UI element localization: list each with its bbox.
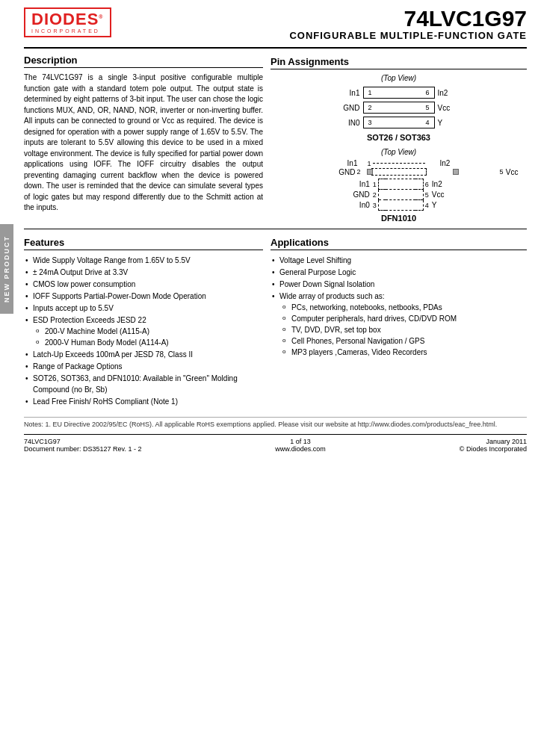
- sot-pin3-left-label: IN0: [338, 119, 360, 127]
- logo-incorporated: INCORPORATED: [31, 28, 104, 34]
- dfn-table: In1 1 6 In2 GND 2: [353, 179, 445, 211]
- footer-copy: © Diodes Incorporated: [460, 445, 527, 453]
- dfn-label: DFN1010: [332, 214, 466, 223]
- footer-part: 74LVC1G97: [24, 438, 141, 445]
- dfn-diagram: In1 1 In2 GND 2: [332, 159, 466, 223]
- sot-pin3-right-label: Y: [438, 119, 460, 127]
- sot-pin2-right-label: Vcc: [438, 104, 460, 112]
- dfn-r1-left-num: 1: [361, 160, 371, 167]
- applications-title: Applications: [270, 237, 527, 250]
- sot-pin1-right-label: In2: [438, 89, 460, 97]
- app-item-2: General Purpose Logic: [270, 267, 527, 278]
- new-product-tab: NEW PRODUCT: [0, 224, 13, 314]
- description-title: Description: [24, 55, 263, 68]
- sot-pin1-left-num: 1: [363, 87, 377, 99]
- feature-item-8: Range of Package Options: [24, 361, 263, 372]
- sot-pin2-left-num: 2: [363, 102, 377, 114]
- header-right: 74LVC1G97 CONFIGURABLE MULTIPLE-FUNCTION…: [289, 7, 527, 41]
- new-product-label: NEW PRODUCT: [3, 235, 10, 303]
- footer-right: January 2011 © Diodes Incorporated: [460, 438, 527, 453]
- app-sub-item-3: TV, DVD, DVR, set top box: [279, 324, 527, 335]
- sot-pin2-right-num: 5: [421, 102, 435, 114]
- dfn-row-1: In1 1 In2: [332, 159, 466, 167]
- sot-pin2-left-label: GND: [338, 104, 360, 112]
- notes-text: Notes: 1. EU Directive 2002/95/EC (RoHS)…: [24, 421, 497, 428]
- dfn-diagram-wrapper: In1 1 In2 GND 2: [270, 159, 527, 223]
- sot-pin1-right-num: 6: [421, 87, 435, 99]
- app-sub-item-4: Cell Phones, Personal Navigation / GPS: [279, 335, 527, 347]
- dfn-ic-box: GND 2 5 Vcc: [332, 168, 466, 176]
- feature-item-2: ± 24mA Output Drive at 3.3V: [24, 267, 263, 278]
- sot-pin3-left-num: 3: [363, 117, 377, 128]
- section-divider: [24, 229, 527, 229]
- pin-assignments-section: Pin Assignments (Top View) In1 1 6 In2 G…: [270, 55, 527, 223]
- sot-pin-row-3: IN0 3 4 Y: [332, 117, 466, 128]
- app-item-1: Voltage Level Shifting: [270, 255, 527, 266]
- features-list: Wide Supply Voltage Range from 1.65V to …: [24, 255, 263, 407]
- feature-sub-item-6-1: 200-V Machine Model (A115-A): [33, 326, 263, 337]
- app-item-3: Power Down Signal Isolation: [270, 279, 527, 290]
- description-body: The 74LVC1G97 is a single 3-input positi…: [24, 72, 263, 214]
- footer-left: 74LVC1G97 Document number: DS35127 Rev. …: [24, 438, 141, 453]
- part-number: 74LVC1G97: [289, 7, 527, 30]
- app-sub-list: PCs, networking, notebooks, netbooks, PD…: [279, 302, 527, 358]
- page-footer: 74LVC1G97 Document number: DS35127 Rev. …: [24, 434, 527, 453]
- feature-item-10: Lead Free Finish/ RoHS Compliant (Note 1…: [24, 396, 263, 407]
- feature-sub-item-6-2: 2000-V Human Body Model (A114-A): [33, 337, 263, 348]
- features-title: Features: [24, 237, 263, 250]
- notes-section: Notes: 1. EU Directive 2002/95/EC (RoHS)…: [24, 417, 527, 428]
- top-two-col: Description The 74LVC1G97 is a single 3-…: [24, 55, 527, 223]
- footer-page: 1 of 13: [275, 438, 326, 445]
- features-section: Features Wide Supply Voltage Range from …: [24, 237, 263, 408]
- feature-item-1: Wide Supply Voltage Range from 1.65V to …: [24, 255, 263, 266]
- sot-pin-row-1: In1 1 6 In2: [332, 87, 466, 99]
- app-sub-item-5: MP3 players ,Cameras, Video Recorders: [279, 347, 527, 358]
- feature-item-9: SOT26, SOT363, and DFN1010: Available in…: [24, 373, 263, 395]
- footer-doc: Document number: DS35127 Rev. 1 - 2: [24, 445, 141, 453]
- footer-url: www.diodes.com: [275, 445, 326, 453]
- sot-pin-diagram: In1 1 6 In2 GND 2 5 Vcc IN0 3: [332, 85, 466, 130]
- app-sub-item-2: Computer peripherals, hard drives, CD/DV…: [279, 313, 527, 324]
- logo-area: DIODES® INCORPORATED: [24, 7, 111, 37]
- applications-section: Applications Voltage Level Shifting Gene…: [270, 237, 527, 408]
- feature-item-3: CMOS low power consumption: [24, 279, 263, 290]
- main-content: DIODES® INCORPORATED 74LVC1G97 CONFIGURA…: [16, 0, 538, 460]
- sot-label: SOT26 / SOT363: [270, 133, 527, 142]
- logo-box: DIODES® INCORPORATED: [24, 7, 111, 37]
- bottom-two-col: Features Wide Supply Voltage Range from …: [24, 237, 527, 408]
- pin-assignments-title: Pin Assignments: [270, 56, 527, 69]
- sot-pin-row-2: GND 2 5 Vcc: [332, 102, 466, 114]
- footer-date: January 2011: [460, 438, 527, 445]
- feature-item-5: Inputs accept up to 5.5V: [24, 303, 263, 314]
- sot-top-view-label: (Top View): [270, 74, 527, 82]
- logo-diodes: DIODES®: [31, 11, 104, 28]
- feature-item-6: ESD Protection Exceeds JESD 22 200-V Mac…: [24, 315, 263, 348]
- sot-pin3-right-num: 4: [421, 117, 435, 128]
- app-item-4: Wide array of products such as: PCs, net…: [270, 291, 527, 358]
- part-subtitle: CONFIGURABLE MULTIPLE-FUNCTION GATE: [289, 30, 527, 41]
- dfn-r1-right-label: In2: [440, 159, 464, 167]
- page-header: DIODES® INCORPORATED 74LVC1G97 CONFIGURA…: [24, 7, 527, 49]
- applications-list: Voltage Level Shifting General Purpose L…: [270, 255, 527, 358]
- dfn-top-view-label: (Top View): [270, 148, 527, 156]
- feature-sub-list-6: 200-V Machine Model (A115-A) 2000-V Huma…: [33, 326, 263, 348]
- description-section: Description The 74LVC1G97 is a single 3-…: [24, 55, 263, 223]
- feature-item-7: Latch-Up Exceeds 100mA per JESD 78, Clas…: [24, 349, 263, 360]
- dfn-r1-left-label: In1: [334, 159, 358, 167]
- footer-center: 1 of 13 www.diodes.com: [275, 438, 326, 453]
- app-sub-item-1: PCs, networking, notebooks, netbooks, PD…: [279, 302, 527, 313]
- feature-item-4: IOFF Supports Partial-Power-Down Mode Op…: [24, 291, 263, 302]
- sot-pin1-left-label: In1: [338, 89, 360, 97]
